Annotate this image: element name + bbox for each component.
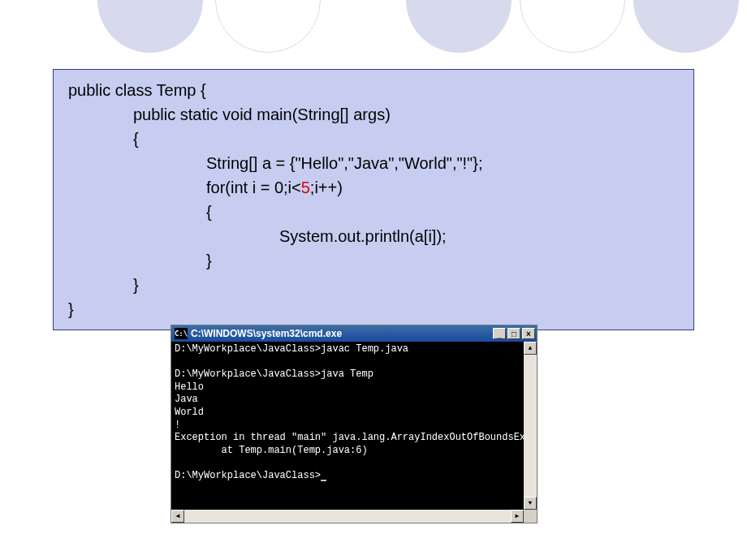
code-line: { <box>68 200 679 224</box>
console-line: Hello <box>175 381 204 393</box>
console-line: World <box>175 407 204 418</box>
code-line: } <box>68 248 679 273</box>
scroll-up-icon[interactable]: ▲ <box>524 342 537 355</box>
scroll-right-icon[interactable]: ▶ <box>511 510 524 523</box>
titlebar: C:\ C:\WINDOWS\system32\cmd.exe _ □ × <box>171 325 537 342</box>
code-line: public class Temp { <box>68 81 206 99</box>
console-output[interactable]: D:\MyWorkplace\JavaClass>javac Temp.java… <box>171 342 537 510</box>
console-line: Exception in thread "main" java.lang.Arr… <box>175 432 584 443</box>
circle-decoration <box>215 0 321 53</box>
code-line: } <box>68 300 74 318</box>
scroll-left-icon[interactable]: ◀ <box>171 510 184 523</box>
code-line: { <box>68 127 679 151</box>
scroll-corner <box>524 510 537 523</box>
code-line: } <box>68 273 679 297</box>
circle-decoration <box>97 0 203 53</box>
code-line: for(int i = 0;i<5;i++) <box>68 175 679 200</box>
window-title: C:\WINDOWS\system32\cmd.exe <box>191 328 493 339</box>
console-line: Java <box>175 394 198 405</box>
code-line: public static void main(String[] args) <box>68 102 679 127</box>
code-line: String[] a = {"Hello","Java","World","!"… <box>68 151 679 175</box>
scroll-track[interactable] <box>184 510 511 523</box>
highlighted-value: 5 <box>301 179 310 196</box>
console-line: at Temp.main(Temp.java:6) <box>175 445 368 456</box>
window-buttons: _ □ × <box>493 328 535 339</box>
circle-decoration <box>406 0 512 53</box>
horizontal-scrollbar[interactable]: ◀ ▶ <box>171 510 537 523</box>
minimize-button[interactable]: _ <box>493 328 506 339</box>
cursor <box>321 480 326 481</box>
console-line: D:\MyWorkplace\JavaClass>javac Temp.java <box>175 343 408 355</box>
console-line: D:\MyWorkplace\JavaClass>java Temp <box>175 368 374 380</box>
circle-decoration <box>633 0 739 53</box>
maximize-button[interactable]: □ <box>507 328 520 339</box>
console-line: D:\MyWorkplace\JavaClass> <box>175 470 321 481</box>
scroll-track[interactable] <box>524 355 537 497</box>
close-button[interactable]: × <box>522 328 535 339</box>
cmd-icon: C:\ <box>175 328 188 339</box>
scroll-down-icon[interactable]: ▼ <box>524 497 537 510</box>
code-snippet: public class Temp { public static void m… <box>53 69 694 330</box>
console-line: ! <box>175 420 180 431</box>
vertical-scrollbar[interactable]: ▲ ▼ <box>524 342 537 510</box>
code-line: System.out.println(a[i]); <box>68 224 679 248</box>
cmd-window: C:\ C:\WINDOWS\system32\cmd.exe _ □ × D:… <box>171 325 538 523</box>
circle-decoration <box>520 0 625 53</box>
